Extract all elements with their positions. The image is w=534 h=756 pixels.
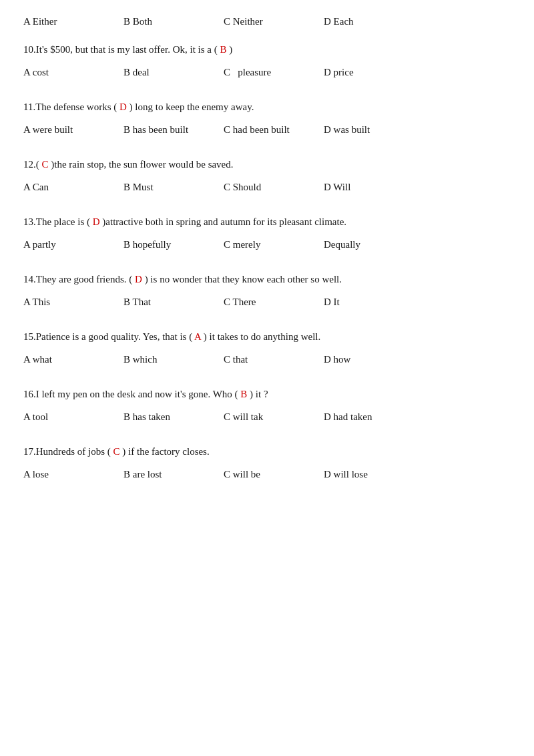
question-14-text: 14.They are good friends. ( D ) is no wo… — [23, 271, 511, 287]
option-top-A: A Either — [23, 13, 97, 29]
question-17-text: 17.Hundreds of jobs ( C ) if the factory… — [23, 443, 511, 459]
answer-12: C — [42, 159, 49, 170]
question-12: 12.( C )the rain stop, the sun flower wo… — [23, 156, 511, 195]
option-14-D: D It — [324, 294, 397, 310]
options-11: A were built B has been built C had been… — [23, 122, 511, 138]
options-line-top: A Either B Both C Neither D Each — [23, 13, 511, 29]
option-12-A: A Can — [23, 179, 97, 195]
option-15-A: A what — [23, 351, 97, 367]
option-11-D: D was built — [324, 122, 397, 138]
option-top-D: D Each — [324, 13, 397, 29]
option-13-B: B hopefully — [123, 236, 197, 252]
option-11-C: C had been built — [224, 122, 297, 138]
option-17-A: A lose — [23, 466, 97, 482]
answer-14: D — [135, 274, 142, 285]
option-10-A: A cost — [23, 64, 97, 80]
answer-10: B — [220, 44, 227, 55]
question-15-text: 15.Patience is a good quality. Yes, that… — [23, 329, 511, 345]
option-16-A: A tool — [23, 409, 97, 425]
question-16-text: 16.I left my pen on the desk and now it'… — [23, 386, 511, 402]
option-17-D: D will lose — [324, 466, 397, 482]
question-16: 16.I left my pen on the desk and now it'… — [23, 386, 511, 425]
question-11-text: 11.The defense works ( D ) long to keep … — [23, 99, 511, 115]
options-14: A This B That C There D It — [23, 294, 511, 310]
option-10-C: C pleasure — [224, 64, 297, 80]
option-10-B: B deal — [123, 64, 197, 80]
question-14: 14.They are good friends. ( D ) is no wo… — [23, 271, 511, 310]
options-13: A partly B hopefully C merely Dequally — [23, 236, 511, 252]
question-11: 11.The defense works ( D ) long to keep … — [23, 99, 511, 138]
answer-16: B — [240, 389, 247, 399]
answer-15: A — [194, 331, 201, 342]
option-16-D: D had taken — [324, 409, 397, 425]
options-17: A lose B are lost C will be D will lose — [23, 466, 511, 482]
option-10-D: D price — [324, 64, 397, 80]
option-16-B: B has taken — [123, 409, 197, 425]
option-15-D: D how — [324, 351, 397, 367]
options-16: A tool B has taken C will tak D had take… — [23, 409, 511, 425]
options-15: A what B which C that D how — [23, 351, 511, 367]
option-top-C: C Neither — [224, 13, 297, 29]
question-12-text: 12.( C )the rain stop, the sun flower wo… — [23, 156, 511, 172]
answer-13: D — [93, 216, 100, 227]
option-16-C: C will tak — [224, 409, 297, 425]
option-17-C: C will be — [224, 466, 297, 482]
option-15-B: B which — [123, 351, 197, 367]
option-14-B: B That — [123, 294, 197, 310]
option-14-C: C There — [224, 294, 297, 310]
top-options-row: A Either B Both C Neither D Each — [23, 13, 511, 29]
question-10-text: 10.It's $500, but that is my last offer.… — [23, 41, 511, 57]
option-13-A: A partly — [23, 236, 97, 252]
option-13-D: Dequally — [324, 236, 397, 252]
question-17: 17.Hundreds of jobs ( C ) if the factory… — [23, 443, 511, 482]
answer-17: C — [113, 446, 120, 457]
option-12-D: D Will — [324, 179, 397, 195]
question-15: 15.Patience is a good quality. Yes, that… — [23, 329, 511, 367]
option-top-B: B Both — [123, 13, 197, 29]
option-14-A: A This — [23, 294, 97, 310]
option-11-A: A were built — [23, 122, 97, 138]
answer-11: D — [119, 102, 127, 112]
page-content: A Either B Both C Neither D Each 10.It's… — [23, 13, 511, 482]
question-10: 10.It's $500, but that is my last offer.… — [23, 41, 511, 80]
option-12-B: B Must — [123, 179, 197, 195]
options-10: A cost B deal C pleasure D price — [23, 64, 511, 80]
option-15-C: C that — [224, 351, 297, 367]
option-12-C: C Should — [224, 179, 297, 195]
option-17-B: B are lost — [123, 466, 197, 482]
question-13-text: 13.The place is ( D )attractive both in … — [23, 214, 511, 230]
option-13-C: C merely — [224, 236, 297, 252]
option-11-B: B has been built — [123, 122, 197, 138]
options-12: A Can B Must C Should D Will — [23, 179, 511, 195]
question-13: 13.The place is ( D )attractive both in … — [23, 214, 511, 252]
